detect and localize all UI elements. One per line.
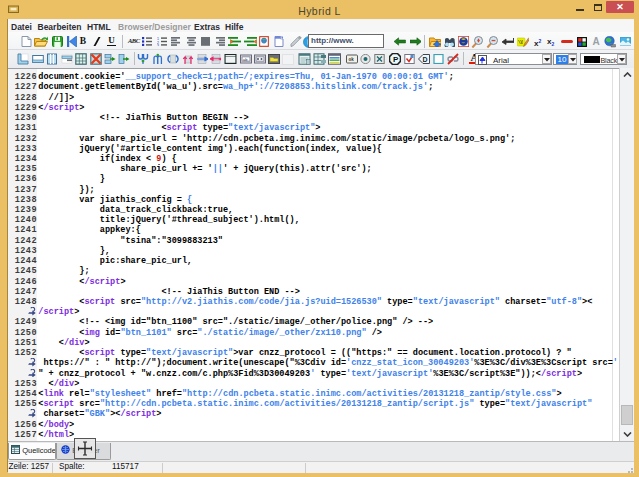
svg-text:D: D [423,56,428,63]
svg-text:3: 3 [157,43,159,45]
svg-text:P: P [393,55,399,64]
svg-text:ab: ab [243,57,248,62]
svg-text:ok: ok [349,57,355,62]
